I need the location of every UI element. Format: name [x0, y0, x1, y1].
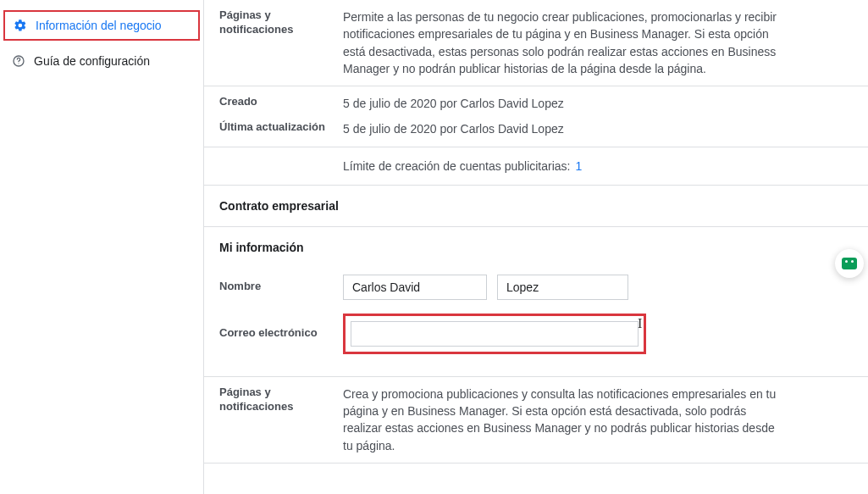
label-ultima-actualizacion: Última actualización [219, 120, 329, 137]
row-creado: Creado 5 de julio de 2020 por Carlos Dav… [204, 86, 868, 120]
row-limite-cuentas: Límite de creación de cuentas publicitar… [204, 147, 868, 185]
main-content: Páginas y notificaciones Permite a las p… [203, 0, 868, 494]
row-paginas-notificaciones: Páginas y notificaciones Permite a las p… [204, 0, 868, 86]
first-name-input[interactable] [343, 275, 487, 300]
value-ultima-actualizacion: 5 de julio de 2020 por Carlos David Lope… [343, 120, 853, 137]
sidebar-item-guia-configuracion[interactable]: Guía de configuración [0, 46, 203, 76]
label-limite: Límite de creación de cuentas publicitar… [343, 159, 570, 173]
heading-contrato-empresarial: Contrato empresarial [204, 186, 868, 226]
value-paginas-notificaciones-2: Crea y promociona publicaciones y consul… [343, 386, 783, 454]
sidebar-item-informacion-negocio[interactable]: Información del negocio [3, 10, 200, 41]
row-nombre: Nombre [204, 268, 868, 307]
sidebar-item-label: Información del negocio [36, 19, 162, 32]
heading-mi-informacion: Mi información [204, 227, 868, 268]
label-paginas-notificaciones-2: Páginas y notificaciones [219, 386, 329, 454]
label-creado: Creado [219, 95, 329, 112]
sidebar: Información del negocio Guía de configur… [0, 0, 203, 494]
row-paginas-notificaciones-2: Páginas y notificaciones Crea y promocio… [204, 377, 868, 463]
label-correo: Correo electrónico [219, 326, 329, 341]
value-creado: 5 de julio de 2020 por Carlos David Lope… [343, 95, 853, 112]
row-ultima-actualizacion: Última actualización 5 de julio de 2020 … [204, 120, 868, 146]
sidebar-item-label: Guía de configuración [34, 54, 150, 68]
row-correo: Correo electrónico I [204, 307, 868, 361]
last-name-input[interactable] [497, 275, 628, 300]
value-limite-count: 1 [575, 159, 582, 173]
email-highlight-box [343, 314, 646, 354]
value-paginas-notificaciones: Permite a las personas de tu negocio cre… [343, 8, 783, 77]
gear-icon [14, 19, 27, 32]
label-paginas-notificaciones: Páginas y notificaciones [219, 8, 329, 77]
label-nombre: Nombre [219, 280, 329, 294]
help-icon [12, 54, 25, 68]
password-manager-icon[interactable] [835, 249, 864, 278]
svg-point-1 [18, 63, 19, 64]
email-input[interactable] [351, 321, 639, 347]
